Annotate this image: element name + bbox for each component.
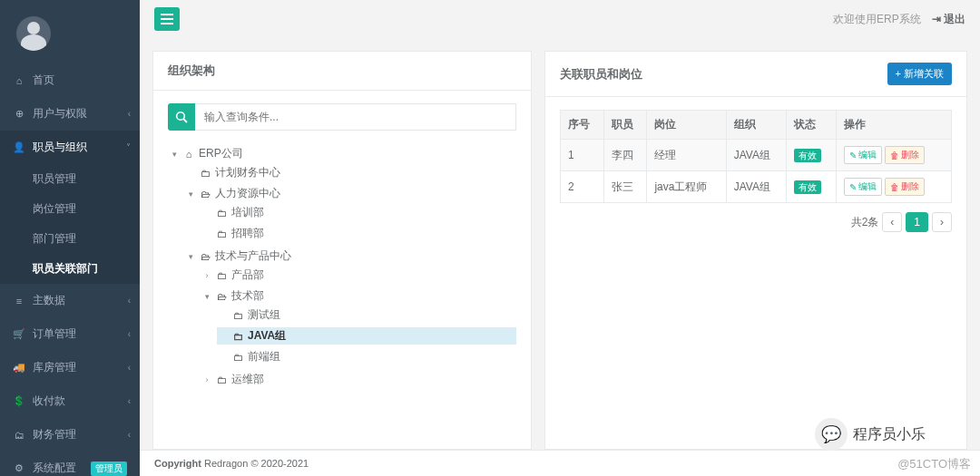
add-assoc-button[interactable]: + 新增关联 xyxy=(887,63,952,85)
sidebar-item-8[interactable]: ⚙系统配置管理员 xyxy=(0,452,140,476)
table-header: 岗位 xyxy=(647,111,726,140)
folder-icon: 🗀 xyxy=(231,310,244,321)
welcome-text: 欢迎使用ERP系统 xyxy=(833,12,921,27)
tree-node[interactable]: 🗀计划财务中心 xyxy=(184,164,516,181)
sidebar-item-2[interactable]: 👤职员与组织˅ xyxy=(0,131,140,164)
logout-icon: ⇥ xyxy=(932,13,941,25)
sidebar-icon: 🗂 xyxy=(13,430,25,441)
pager: 共2条 ‹ 1 › xyxy=(560,212,952,232)
tree-node[interactable]: 🗀招聘部 xyxy=(201,225,516,242)
folder-icon: 🗁 xyxy=(199,189,211,199)
search-input[interactable] xyxy=(195,103,516,131)
search-icon xyxy=(175,111,188,123)
content: 组织架构 ▾⌂ERP公司🗀计划财务中心▾🗁人力资源中心🗀培训部🗀招聘部▾🗁技术与… xyxy=(140,38,980,450)
wechat-badge: 💬 程序员小乐 xyxy=(815,418,926,451)
folder-icon: 🗀 xyxy=(215,228,228,239)
edit-icon: ✎ xyxy=(849,182,857,192)
tree-node[interactable]: ›🗀运维部 xyxy=(201,371,516,388)
svg-line-1 xyxy=(183,119,187,122)
sidebar-label: 系统配置 xyxy=(33,461,76,476)
wechat-name: 程序员小乐 xyxy=(853,425,926,444)
tree-node[interactable]: 🗀测试组 xyxy=(217,306,516,324)
tree-node[interactable]: ▾🗁技术部 xyxy=(201,287,516,305)
sidebar-label: 财务管理 xyxy=(33,427,76,442)
edit-button[interactable]: ✎编辑 xyxy=(844,146,882,164)
org-tree-title: 组织架构 xyxy=(153,52,531,91)
tree-twist-icon: ▾ xyxy=(186,252,195,261)
sidebar-icon: 🚚 xyxy=(13,362,25,374)
tree-label: ERP公司 xyxy=(199,146,243,161)
sidebar-sub-2-3[interactable]: 职员关联部门 xyxy=(0,254,140,284)
table-header: 状态 xyxy=(787,111,837,140)
tree-label: 培训部 xyxy=(231,205,264,220)
sidebar-item-5[interactable]: 🚚库房管理‹ xyxy=(0,351,140,384)
sidebar-item-3[interactable]: ≡主数据‹ xyxy=(0,284,140,317)
sidebar-sub-2-0[interactable]: 职员管理 xyxy=(0,164,140,194)
hamburger-button[interactable] xyxy=(154,7,180,31)
tree-node[interactable]: ▾⌂ERP公司 xyxy=(168,145,516,162)
sidebar-icon: ⊕ xyxy=(13,108,25,120)
tree-label: 前端组 xyxy=(248,349,280,364)
pager-page-1[interactable]: 1 xyxy=(906,212,928,232)
tree-node[interactable]: ›🗀产品部 xyxy=(201,267,516,284)
topbar: 欢迎使用ERP系统 ⇥ 退出 xyxy=(140,0,980,38)
sidebar-item-6[interactable]: 💲收付款‹ xyxy=(0,384,140,418)
assoc-panel: 关联职员和岗位 + 新增关联 序号职员岗位组织状态操作 1李四经理JAVA组有效… xyxy=(544,51,967,450)
folder-icon: 🗀 xyxy=(215,374,228,385)
tree-node[interactable]: ▾🗁技术与产品中心 xyxy=(184,248,516,265)
status-badge: 有效 xyxy=(794,149,821,162)
tree-twist-icon: ▾ xyxy=(186,189,195,199)
assoc-table: 序号职员岗位组织状态操作 1李四经理JAVA组有效✎编辑🗑删除2张三java工程… xyxy=(560,110,952,203)
delete-icon: 🗑 xyxy=(890,182,899,192)
pager-total: 共2条 xyxy=(851,215,879,230)
sidebar: ⌂首页⊕用户与权限‹👤职员与组织˅职员管理岗位管理部门管理职员关联部门≡主数据‹… xyxy=(0,0,140,476)
tree-label: 测试组 xyxy=(248,307,280,323)
status-badge: 有效 xyxy=(794,180,821,194)
table-row: 2张三java工程师JAVA组有效✎编辑🗑删除 xyxy=(561,171,952,203)
pager-next[interactable]: › xyxy=(932,212,952,232)
sidebar-label: 主数据 xyxy=(33,293,65,308)
folder-icon: 🗀 xyxy=(231,352,244,363)
sidebar-item-1[interactable]: ⊕用户与权限‹ xyxy=(0,97,140,131)
sidebar-sub-2-1[interactable]: 岗位管理 xyxy=(0,194,140,224)
folder-icon: 🗁 xyxy=(199,251,211,262)
tree-node[interactable]: 🗀JAVA组 xyxy=(217,327,516,345)
table-header: 职员 xyxy=(603,111,647,140)
sidebar-label: 库房管理 xyxy=(33,360,76,375)
logout-link[interactable]: ⇥ 退出 xyxy=(932,12,965,27)
chevron-icon: ‹ xyxy=(128,296,131,306)
edit-button[interactable]: ✎编辑 xyxy=(844,178,882,196)
admin-badge: 管理员 xyxy=(91,461,127,476)
avatar[interactable] xyxy=(16,16,51,51)
sidebar-item-7[interactable]: 🗂财务管理‹ xyxy=(0,418,140,452)
main: 欢迎使用ERP系统 ⇥ 退出 组织架构 ▾⌂ERP公司🗀计划财务中心▾🗁人力资源… xyxy=(140,0,980,476)
sidebar-icon: ⌂ xyxy=(13,75,25,86)
sidebar-item-4[interactable]: 🛒订单管理‹ xyxy=(0,317,140,351)
sidebar-sub-2-2[interactable]: 部门管理 xyxy=(0,224,140,254)
tree-label: 计划财务中心 xyxy=(215,165,280,180)
tree-node[interactable]: 🗀培训部 xyxy=(201,204,516,221)
sidebar-icon: ≡ xyxy=(13,296,25,306)
chevron-icon: ‹ xyxy=(128,363,131,373)
search-button[interactable] xyxy=(168,103,195,131)
sidebar-item-0[interactable]: ⌂首页 xyxy=(0,63,140,97)
tree-node[interactable]: ▾🗁人力资源中心 xyxy=(184,185,516,202)
tree-node[interactable]: 🗀前端组 xyxy=(217,348,516,365)
folder-icon: 🗀 xyxy=(231,331,244,342)
sidebar-label: 收付款 xyxy=(33,393,65,409)
sidebar-label: 首页 xyxy=(33,73,54,88)
chevron-icon: ˅ xyxy=(126,142,131,152)
table-row: 1李四经理JAVA组有效✎编辑🗑删除 xyxy=(561,140,952,171)
delete-button[interactable]: 🗑删除 xyxy=(885,146,925,164)
sidebar-icon: 👤 xyxy=(13,141,25,153)
pager-prev[interactable]: ‹ xyxy=(882,212,902,232)
delete-button[interactable]: 🗑删除 xyxy=(885,178,925,196)
edit-icon: ✎ xyxy=(849,151,857,160)
org-tree-panel: 组织架构 ▾⌂ERP公司🗀计划财务中心▾🗁人力资源中心🗀培训部🗀招聘部▾🗁技术与… xyxy=(152,51,532,450)
wechat-icon: 💬 xyxy=(815,418,848,451)
tree-label: 招聘部 xyxy=(231,226,264,241)
avatar-wrap xyxy=(0,0,140,63)
sidebar-icon: 💲 xyxy=(13,395,25,407)
tree-label: 产品部 xyxy=(231,267,264,283)
tree-twist-icon: ▾ xyxy=(202,292,211,301)
